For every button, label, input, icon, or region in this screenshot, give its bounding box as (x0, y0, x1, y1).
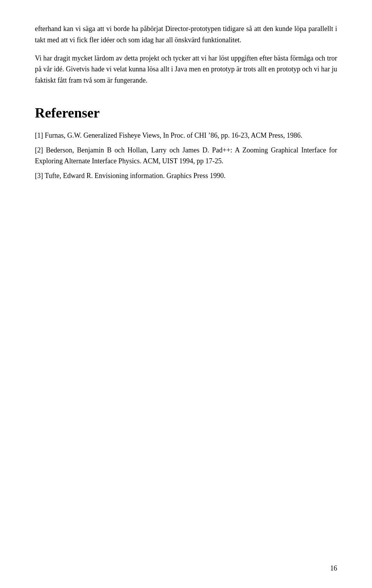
reference-2: [2] Bederson, Benjamin B och Hollan, Lar… (35, 145, 337, 167)
paragraph-2: Vi har dragit mycket lärdom av detta pro… (35, 53, 337, 86)
paragraph-1: efterhand kan vi säga att vi borde ha på… (35, 23, 337, 46)
references-heading: Referenser (35, 105, 337, 121)
page: efterhand kan vi säga att vi borde ha på… (0, 0, 372, 588)
page-number: 16 (330, 564, 337, 572)
reference-3: [3] Tufte, Edward R. Envisioning informa… (35, 171, 337, 182)
reference-1: [1] Furnas, G.W. Generalized Fisheye Vie… (35, 130, 337, 141)
